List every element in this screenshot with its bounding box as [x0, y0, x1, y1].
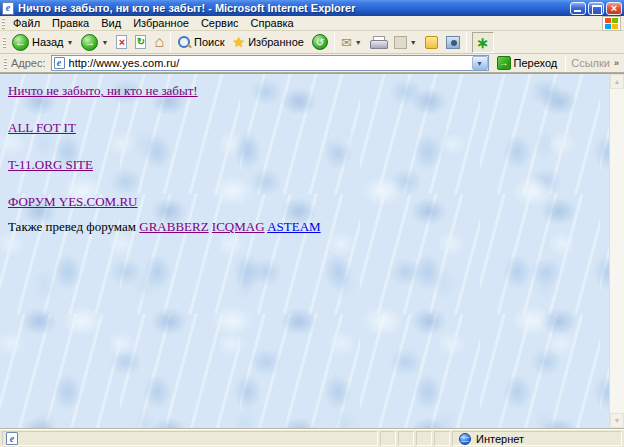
menu-help[interactable]: Справка — [245, 16, 300, 30]
footer-text: Также превед форумам — [8, 219, 136, 234]
history-button[interactable]: ↺ — [308, 32, 332, 53]
ie-window: e Ничто не забыто, ни кто не забыт! - Mi… — [0, 0, 624, 447]
address-grip[interactable] — [4, 58, 7, 69]
link-nichto-ne-zabyto[interactable]: Ничто не забыто, ни кто не забыт! — [8, 83, 198, 98]
status-page-icon: e — [6, 432, 18, 445]
edit-icon — [394, 36, 407, 49]
mail-icon: ✉ — [341, 36, 352, 49]
link-all-fot-it[interactable]: ALL FOT IT — [8, 120, 76, 135]
back-label: Назад — [32, 36, 64, 48]
status-pane — [398, 431, 414, 446]
toolbar-separator — [466, 33, 467, 52]
home-button[interactable]: ⌂ — [150, 32, 168, 53]
status-bar: e Интернет — [0, 428, 624, 447]
maximize-button[interactable] — [588, 2, 604, 15]
favorites-label: Избранное — [248, 36, 304, 48]
messenger-icon — [446, 36, 460, 49]
link-icqmag[interactable]: ICQMAG — [212, 219, 265, 234]
address-url[interactable]: http://www.yes.com.ru/ — [69, 57, 472, 69]
forward-dropdown-icon[interactable]: ▼ — [101, 39, 108, 46]
favorites-button[interactable]: ★ Избранное — [229, 32, 308, 53]
content-area: Ничто не забыто, ни кто не забыт! ALL FO… — [0, 73, 624, 428]
icq-flower-icon: ∗ — [476, 35, 489, 50]
toolbar-separator — [334, 33, 335, 52]
discuss-button[interactable] — [421, 32, 442, 53]
icq-button[interactable]: ∗ — [472, 32, 494, 53]
links-separator — [565, 56, 566, 71]
edit-dropdown-icon[interactable]: ▼ — [410, 39, 417, 46]
toolbar-grip[interactable] — [3, 37, 6, 48]
edit-button[interactable]: ▼ — [390, 32, 421, 53]
menu-file[interactable]: Файл — [7, 16, 46, 30]
home-icon: ⌂ — [154, 35, 164, 49]
scroll-up-icon[interactable]: ▲ — [610, 74, 624, 89]
back-icon: ← — [12, 34, 29, 51]
print-icon — [370, 36, 386, 49]
close-button[interactable] — [606, 2, 622, 15]
mail-button[interactable]: ✉ ▼ — [337, 32, 366, 53]
link-forum-yes-com-ru[interactable]: ФОРУМ YES.COM.RU — [8, 194, 137, 209]
scroll-down-icon[interactable]: ▼ — [610, 413, 624, 428]
menu-view[interactable]: Вид — [95, 16, 127, 30]
status-pane — [434, 431, 450, 446]
status-pane — [380, 431, 396, 446]
mail-dropdown-icon[interactable]: ▼ — [355, 39, 362, 46]
minimize-button[interactable] — [570, 2, 586, 15]
favorites-star-icon: ★ — [233, 35, 246, 49]
link-asteam[interactable]: ASTEAM — [267, 219, 320, 234]
windows-flag-icon — [602, 16, 621, 31]
link-t11-org-site[interactable]: T-11.ORG SITE — [8, 157, 93, 172]
links-label: Ссылки — [571, 57, 610, 69]
globe-icon — [459, 433, 471, 445]
status-main-pane: e — [2, 431, 378, 446]
history-icon: ↺ — [312, 34, 328, 50]
vertical-scrollbar[interactable]: ▲ ▼ — [609, 74, 624, 428]
go-button[interactable]: → Переход — [494, 55, 561, 71]
back-dropdown-icon[interactable]: ▼ — [67, 39, 74, 46]
address-dropdown-icon[interactable]: ▼ — [472, 56, 488, 70]
toolbar-separator — [170, 33, 171, 52]
address-input[interactable]: e http://www.yes.com.ru/ ▼ — [51, 55, 489, 71]
status-pane — [416, 431, 432, 446]
go-arrow-icon: → — [497, 56, 511, 70]
page-icon: e — [54, 57, 65, 69]
menu-edit[interactable]: Правка — [46, 16, 95, 30]
forward-button[interactable]: → ▼ — [77, 32, 112, 53]
web-page: Ничто не забыто, ни кто не забыт! ALL FO… — [0, 74, 609, 428]
address-label: Адрес: — [11, 57, 46, 69]
zone-label: Интернет — [476, 433, 524, 445]
search-label: Поиск — [194, 36, 224, 48]
status-zone-pane: Интернет — [452, 431, 622, 446]
window-title: Ничто не забыто, ни кто не забыт! - Micr… — [18, 2, 570, 14]
window-controls — [570, 2, 622, 15]
search-button[interactable]: Поиск — [173, 32, 228, 53]
messenger-button[interactable] — [442, 32, 464, 53]
link-grabberz[interactable]: GRABBERZ — [139, 219, 208, 234]
discuss-icon — [425, 36, 438, 49]
go-label: Переход — [514, 57, 558, 69]
stop-button[interactable]: × — [112, 32, 131, 53]
stop-icon: × — [116, 35, 127, 49]
standard-toolbar: ← Назад ▼ → ▼ × ↻ ⌂ Поиск ★ Избранное ↺ — [0, 31, 624, 54]
menu-tools[interactable]: Сервис — [195, 16, 245, 30]
refresh-icon: ↻ — [135, 35, 146, 49]
forward-icon: → — [81, 34, 98, 51]
chevron-icon[interactable]: » — [614, 58, 619, 68]
title-bar: e Ничто не забыто, ни кто не забыт! - Mi… — [0, 0, 624, 16]
menu-grip[interactable] — [2, 18, 5, 29]
menu-favorites[interactable]: Избранное — [127, 16, 195, 30]
back-button[interactable]: ← Назад ▼ — [8, 32, 77, 53]
menu-bar: Файл Правка Вид Избранное Сервис Справка — [0, 16, 624, 31]
print-button[interactable] — [366, 32, 390, 53]
window-icon: e — [2, 2, 14, 15]
search-icon — [177, 35, 191, 49]
address-bar: Адрес: e http://www.yes.com.ru/ ▼ → Пере… — [0, 54, 624, 73]
refresh-button[interactable]: ↻ — [131, 32, 150, 53]
